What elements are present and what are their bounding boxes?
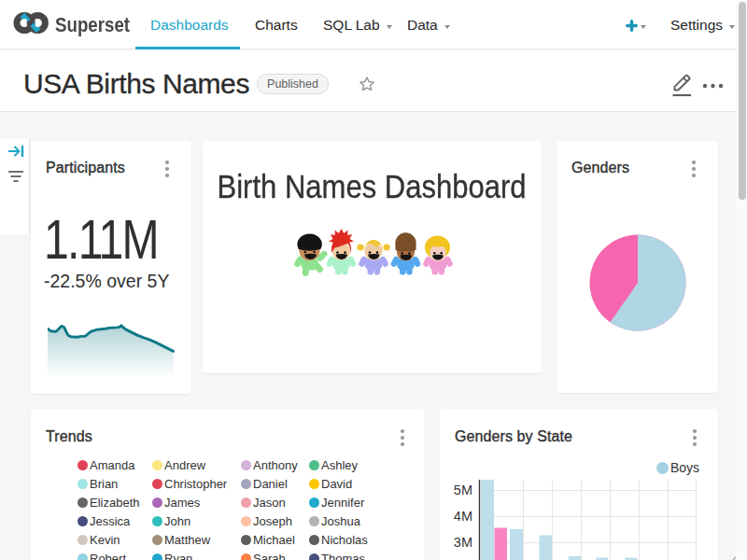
svg-text:3M: 3M [454, 535, 472, 550]
svg-text:4M: 4M [454, 509, 472, 524]
svg-text:5M: 5M [454, 483, 472, 497]
